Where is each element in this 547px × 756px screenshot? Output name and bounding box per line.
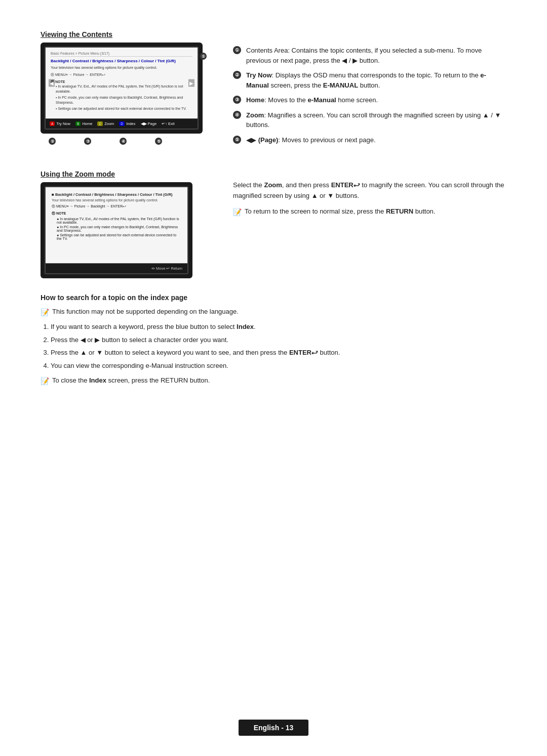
item-circle-2: ② [233,71,241,79]
zoom-bottom-bar: ⇔ Move ↩ Return [46,263,187,273]
zoom-right-text-2: To return to the screen to normal size, … [245,206,435,217]
tv-note-item-3: • Settings can be adjusted and stored fo… [56,106,192,111]
zoom-menu-path: ⑪ MENU≡ → Picture → Backlight → ENTER⮐ [52,204,181,209]
viewing-item-4: ④ Zoom: Magnifies a screen. You can scro… [233,110,506,130]
tv-note-item-2: • In PC mode, you can only make changes … [56,95,192,105]
viewing-contents-right: ① Contents Area: Contains the topic cont… [233,30,506,150]
callout-1: ① [200,53,207,60]
zoom-bullet-title: ■ Backlight / Contrast / Brightness / Sh… [52,192,181,197]
item-circle-4: ④ [233,111,241,119]
tv-note-items: • In analogue TV, Ext., AV modes of the … [51,84,192,111]
item-3-text: Home: Moves to the e-Manual home screen. [246,95,506,105]
tv-exit-btn: ↵↑ Exit [162,121,174,126]
viewing-item-5: ⑤ ◀▶ (Page): Moves to previous or next p… [233,135,506,145]
tv-menu-path-text: MENU≡ → Picture → ENTER⮐ [55,73,105,76]
zoom-note-items: ● In analogue TV, Ext., AV modes of the … [52,217,181,240]
callout-circle-1: ① [200,53,207,60]
item-1-text: Contents Area: Contains the topic conten… [246,46,506,65]
item-circle-3: ③ [233,96,241,104]
tv-content-title: Backlight / Contrast / Brightness / Shar… [51,59,192,63]
close-note-icon: 📝 [41,376,49,387]
tv-page-btn: ◀▶ Page [141,121,157,126]
zoom-mode-title: Using the Zoom mode [41,170,213,178]
tv-mockup-viewing: Basic Features > Picture Menu (3/17) Bac… [41,43,203,134]
search-note-text: This function may not be supported depen… [52,307,239,317]
item-5-text: ◀▶ (Page): Moves to previous or next pag… [246,135,506,145]
tv-content-subtitle: Your television has several setting opti… [51,65,192,70]
tv-btn-c-label: C [97,121,103,126]
zoom-mode-left: Using the Zoom mode ■ Backlight / Contra… [41,170,213,278]
zoom-mode-right: Select the Zoom, and then press ENTER⮐ t… [233,170,506,278]
tv-btn-b-label: B [75,121,81,126]
tv-btn-c: C Zoom [97,121,114,126]
footer-badge: English - 13 [239,720,309,736]
tv-screen-wrapper: Basic Features > Picture Menu (3/17) Bac… [46,48,198,129]
viewing-contents-title: Viewing the Contents [41,30,213,38]
item-circle-1: ① [233,46,241,54]
tv-bottom-bar: A Try Now B Home C Zoom D Index ◀▶ Page … [46,118,198,129]
item-2-text: Try Now: Displays the OSD menu that corr… [246,70,506,90]
zoom-right-text-1: Select the Zoom, and then press ENTER⮐ t… [233,180,506,201]
viewing-item-1: ① Contents Area: Contains the topic cont… [233,46,506,65]
tv-btn-a: A Try Now [50,121,70,126]
callout-3: ③ [84,138,91,145]
viewing-item-3: ③ Home: Moves to the e-Manual home scree… [233,95,506,105]
search-step-4: You can view the corresponding e-Manual … [51,361,506,371]
tv-breadcrumb: Basic Features > Picture Menu (3/17) [51,52,192,57]
search-step-2: Press the ◀ or ▶ button to select a char… [51,335,506,345]
tv-note-item-1: • In analogue TV, Ext., AV modes of the … [56,84,192,94]
tv-left-arrow: ◀ [49,79,55,87]
zoom-note: ⑪ NOTE ● In analogue TV, Ext., AV modes … [52,211,181,240]
zoom-mode-section: Using the Zoom mode ■ Backlight / Contra… [41,170,506,278]
return-note-icon: 📝 [233,207,242,218]
item-circle-5: ⑤ [233,136,241,144]
tv-note: ⑪ NOTE • In analogue TV, Ext., AV modes … [51,79,192,111]
tv-screen-viewing: Basic Features > Picture Menu (3/17) Bac… [45,47,199,130]
zoom-note-item-2: ● In PC mode, you can only make changes … [57,225,181,232]
tv-content-viewing: Basic Features > Picture Menu (3/17) Bac… [46,48,198,118]
tv-note-label: ⑪ NOTE [51,79,192,85]
tv-screen-zoom: ■ Backlight / Contrast / Brightness / Sh… [45,186,188,274]
tv-btn-a-label: A [50,121,55,126]
callout-row: ② ③ ④ ⑤ [41,136,213,146]
viewing-contents-left: Viewing the Contents Basic Features > Pi… [41,30,213,150]
search-step-1: If you want to search a keyword, press t… [51,322,506,332]
callout-5: ⑤ [155,138,162,145]
page-content: Viewing the Contents Basic Features > Pi… [41,30,506,387]
callout-2: ② [49,138,56,145]
search-step-3: Press the ▲ or ▼ button to select a keyw… [51,348,506,358]
viewing-contents-section: Viewing the Contents Basic Features > Pi… [41,30,506,150]
close-note-text: To close the Index screen, press the RET… [52,375,210,386]
tv-menu-path: ⑪ MENU≡ → Picture → ENTER⮐ [51,72,192,77]
search-title: How to search for a topic on the index p… [41,293,506,302]
tv-btn-d: D Index [119,121,135,126]
search-note: 📝 This function may not be supported dep… [41,307,506,318]
zoom-note-item-1: ● In analogue TV, Ext., AV modes of the … [57,217,181,224]
tv-btn-b: B Home [75,121,92,126]
tv-mockup-zoom: ■ Backlight / Contrast / Brightness / Sh… [41,182,192,278]
zoom-note-label: ⑪ NOTE [52,211,181,216]
close-note: 📝 To close the Index screen, press the R… [41,375,506,387]
zoom-note-item-3: ● Settings can be adjusted and stored fo… [57,233,181,240]
tv-content-body: Your television has several setting opti… [51,65,192,111]
tv-right-arrow: ▶ [188,79,194,87]
search-note-icon: 📝 [41,307,49,318]
zoom-screen-content: ■ Backlight / Contrast / Brightness / Sh… [46,187,187,263]
footer: English - 13 [0,720,547,736]
callout-4: ④ [120,138,127,145]
search-section: How to search for a topic on the index p… [41,293,506,387]
zoom-return-note: 📝 To return to the screen to normal size… [233,206,506,218]
tv-btn-d-label: D [119,121,125,126]
search-steps: If you want to search a keyword, press t… [41,322,506,370]
viewing-item-2: ② Try Now: Displays the OSD menu that co… [233,70,506,90]
item-4-text: Zoom: Magnifies a screen. You can scroll… [246,110,506,130]
